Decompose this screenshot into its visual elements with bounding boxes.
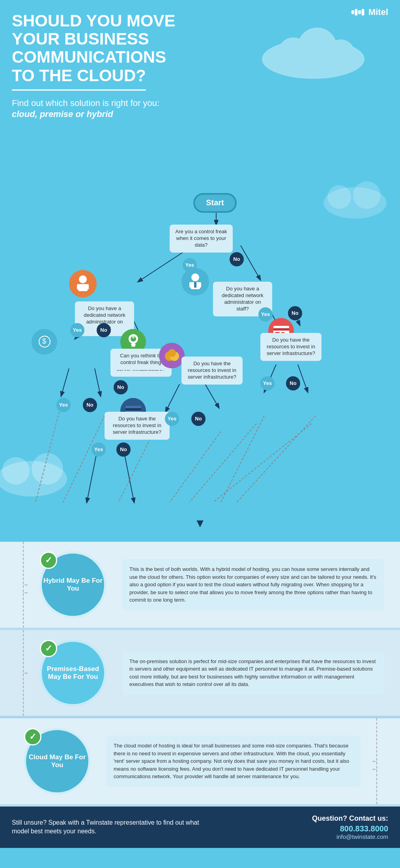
q6-text: Do you have the resources to invest in s… <box>267 337 315 356</box>
flowchart-area: Start Are you a control freak when it co… <box>0 124 400 542</box>
hybrid-result-row: → → ✓ Hybrid May Be For You This is the … <box>0 542 400 630</box>
svg-rect-2 <box>358 10 361 14</box>
money-icon-circle: $ <box>32 329 57 355</box>
header-divider <box>12 89 146 91</box>
svg-point-7 <box>327 39 355 67</box>
svg-line-36 <box>237 416 316 502</box>
question-6: Do you have the resources to invest in s… <box>260 333 321 361</box>
hybrid-circle: ✓ Hybrid May Be For You <box>39 551 107 618</box>
q7-yes-badge: Yes <box>92 442 106 457</box>
results-section: → → ✓ Hybrid May Be For You This is the … <box>0 542 400 807</box>
svg-text:$: $ <box>42 337 46 345</box>
header-subtitle: Find out which solution is right for you… <box>12 98 162 120</box>
hybrid-desc-text: This is the best of both worlds. With a … <box>129 566 376 603</box>
svg-point-52 <box>132 336 135 338</box>
arrow-left2-hybrid: → <box>22 588 29 597</box>
svg-line-33 <box>189 424 256 502</box>
page-title: SHOULD YOU MOVE YOUR BUSINESS COMMUNICAT… <box>12 12 178 85</box>
hybrid-title: Hybrid May Be For You <box>42 577 104 593</box>
svg-line-20 <box>95 368 101 396</box>
start-node: Start <box>193 193 237 213</box>
svg-line-34 <box>213 424 312 502</box>
q1-no-badge: No <box>230 252 244 266</box>
svg-rect-50 <box>131 345 135 347</box>
svg-point-9 <box>2 457 30 485</box>
q7-no-badge: No <box>116 442 131 457</box>
svg-point-12 <box>327 185 351 209</box>
svg-line-28 <box>298 364 308 392</box>
premises-desc-text: The on-premises solution is perfect for … <box>129 658 376 688</box>
q8-no-badge: No <box>114 380 128 394</box>
svg-rect-43 <box>189 282 192 288</box>
svg-line-23 <box>166 384 179 412</box>
svg-point-55 <box>168 349 176 357</box>
q4-no-badge: No <box>83 398 97 412</box>
q5-yes-badge: Yes <box>165 412 179 426</box>
lightbulb-icon <box>127 333 140 350</box>
question-5: Do you have the resources to invest in s… <box>181 357 243 385</box>
svg-rect-57 <box>273 328 289 331</box>
dashed-left-premises <box>0 630 24 716</box>
svg-line-35 <box>221 416 264 502</box>
q2-yes-badge: Yes <box>258 307 273 322</box>
premises-checkmark: ✓ <box>40 640 57 657</box>
subtitle-plain: Find out which solution is right for you… <box>12 98 159 108</box>
phone-number: 800.833.8000 <box>312 824 388 833</box>
mitel-logo: Mitel <box>351 7 388 17</box>
arrow-left-premises: → <box>22 669 29 677</box>
svg-line-31 <box>118 431 154 502</box>
avatar-yes-person <box>69 270 97 297</box>
coins-icon-circle <box>159 343 185 368</box>
svg-rect-39 <box>77 284 79 290</box>
email-address: info@twinstate.com <box>312 833 388 840</box>
svg-line-24 <box>205 384 219 408</box>
svg-rect-61 <box>125 408 141 411</box>
premises-circle: ✓ Premises-Based May Be For You <box>39 639 107 706</box>
footer: Still unsure? Speak with a Twinstate rep… <box>0 807 400 848</box>
q2-text: Do you have a dedicated network administ… <box>222 286 264 312</box>
subtitle-italic: cloud, premise or hybrid <box>12 109 113 119</box>
dashed-right-cloud <box>376 718 400 804</box>
footer-unsure-text: Still unsure? Speak with a Twinstate rep… <box>12 818 209 836</box>
q4-yes-badge: Yes <box>56 398 71 412</box>
cloud-desc-text: The cloud model of hosting is ideal for … <box>114 743 349 779</box>
q7-text: Do you have the resources to invest in s… <box>113 416 161 435</box>
hybrid-inner: ✓ Hybrid May Be For You This is the best… <box>39 551 384 618</box>
svg-point-37 <box>79 275 87 283</box>
svg-rect-0 <box>351 10 354 14</box>
svg-rect-1 <box>355 9 357 15</box>
q2-no-badge: No <box>288 306 302 320</box>
question-7: Do you have the resources to invest in s… <box>105 412 170 440</box>
svg-rect-40 <box>86 284 89 290</box>
header: Mitel SHOULD YOU MOVE YOUR BUSINESS COMM… <box>0 0 400 124</box>
svg-line-30 <box>63 412 107 502</box>
q8-text: Can you rethink the control freak thing? <box>120 353 164 365</box>
cloud-description: The cloud model of hosting is ideal for … <box>107 736 361 787</box>
businessman-icon <box>187 272 203 292</box>
q3-no-badge: No <box>97 323 111 337</box>
q3-yes-badge: Yes <box>70 323 84 337</box>
hybrid-description: This is the best of both worlds. With a … <box>122 559 384 610</box>
footer-contact: Question? Contact us: 800.833.8000 info@… <box>312 814 388 840</box>
premises-result-row: → ✓ Premises-Based May Be For You The on… <box>0 630 400 718</box>
flowchart-svg <box>0 124 400 542</box>
question-1: Are you a control freak when it comes to… <box>170 225 233 253</box>
arrow-left-hybrid: → <box>22 580 29 589</box>
cloud-checkmark: ✓ <box>24 728 41 745</box>
premises-inner: ✓ Premises-Based May Be For You The on-p… <box>39 639 384 706</box>
svg-rect-3 <box>361 9 364 15</box>
q1-text: Are you a control freak when it comes to… <box>176 229 227 248</box>
svg-rect-44 <box>199 282 201 288</box>
q5-no-badge: No <box>191 412 206 426</box>
cloud-title: Cloud May Be For You <box>26 753 88 769</box>
person-icon <box>75 274 91 294</box>
avatar-no-person <box>181 268 209 296</box>
cloud-inner: ✓ Cloud May Be For You The cloud model o… <box>24 728 361 795</box>
svg-rect-49 <box>131 344 136 345</box>
mitel-label-text: Mitel <box>368 7 388 17</box>
svg-line-32 <box>170 431 221 502</box>
arrow-right2-cloud: ← <box>371 765 378 773</box>
premises-title: Premises-Based May Be For You <box>42 665 104 681</box>
dashed-left-hybrid <box>0 542 24 628</box>
premises-description: The on-premises solution is perfect for … <box>122 651 384 695</box>
